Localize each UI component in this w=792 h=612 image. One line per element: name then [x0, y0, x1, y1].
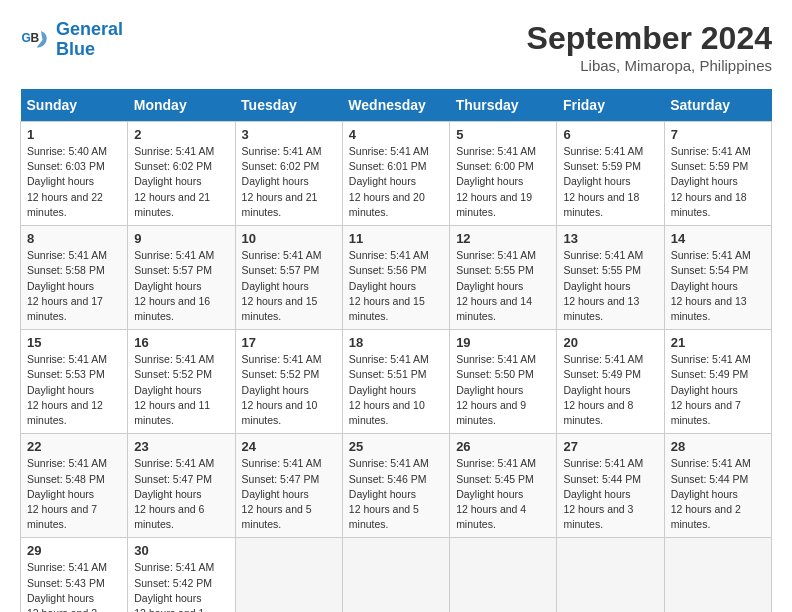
calendar-cell: 18Sunrise: 5:41 AMSunset: 5:51 PMDayligh… — [342, 330, 449, 434]
calendar-cell: 26Sunrise: 5:41 AMSunset: 5:45 PMDayligh… — [450, 434, 557, 538]
day-number: 27 — [563, 439, 657, 454]
day-number: 21 — [671, 335, 765, 350]
day-info: Sunrise: 5:41 AMSunset: 5:57 PMDaylight … — [134, 248, 228, 324]
day-info: Sunrise: 5:41 AMSunset: 5:44 PMDaylight … — [563, 456, 657, 532]
day-number: 18 — [349, 335, 443, 350]
day-info: Sunrise: 5:41 AMSunset: 5:52 PMDaylight … — [242, 352, 336, 428]
calendar-cell: 20Sunrise: 5:41 AMSunset: 5:49 PMDayligh… — [557, 330, 664, 434]
day-info: Sunrise: 5:41 AMSunset: 5:58 PMDaylight … — [27, 248, 121, 324]
day-info: Sunrise: 5:41 AMSunset: 6:02 PMDaylight … — [242, 144, 336, 220]
calendar-cell: 9Sunrise: 5:41 AMSunset: 5:57 PMDaylight… — [128, 226, 235, 330]
day-number: 12 — [456, 231, 550, 246]
calendar-week-row: 1Sunrise: 5:40 AMSunset: 6:03 PMDaylight… — [21, 122, 772, 226]
logo-line1: General — [56, 19, 123, 39]
day-info: Sunrise: 5:41 AMSunset: 5:44 PMDaylight … — [671, 456, 765, 532]
day-info: Sunrise: 5:41 AMSunset: 5:47 PMDaylight … — [134, 456, 228, 532]
day-number: 16 — [134, 335, 228, 350]
calendar-week-row: 22Sunrise: 5:41 AMSunset: 5:48 PMDayligh… — [21, 434, 772, 538]
svg-text:B: B — [31, 30, 40, 44]
day-number: 10 — [242, 231, 336, 246]
calendar-cell: 5Sunrise: 5:41 AMSunset: 6:00 PMDaylight… — [450, 122, 557, 226]
day-info: Sunrise: 5:41 AMSunset: 5:55 PMDaylight … — [563, 248, 657, 324]
calendar-cell: 16Sunrise: 5:41 AMSunset: 5:52 PMDayligh… — [128, 330, 235, 434]
calendar-cell: 14Sunrise: 5:41 AMSunset: 5:54 PMDayligh… — [664, 226, 771, 330]
calendar-cell: 23Sunrise: 5:41 AMSunset: 5:47 PMDayligh… — [128, 434, 235, 538]
calendar-cell: 24Sunrise: 5:41 AMSunset: 5:47 PMDayligh… — [235, 434, 342, 538]
day-info: Sunrise: 5:41 AMSunset: 5:55 PMDaylight … — [456, 248, 550, 324]
day-info: Sunrise: 5:41 AMSunset: 5:46 PMDaylight … — [349, 456, 443, 532]
day-number: 8 — [27, 231, 121, 246]
calendar-cell: 6Sunrise: 5:41 AMSunset: 5:59 PMDaylight… — [557, 122, 664, 226]
day-number: 11 — [349, 231, 443, 246]
day-info: Sunrise: 5:41 AMSunset: 5:59 PMDaylight … — [563, 144, 657, 220]
day-info: Sunrise: 5:41 AMSunset: 5:52 PMDaylight … — [134, 352, 228, 428]
logo-text: General Blue — [56, 20, 123, 60]
calendar-cell — [235, 538, 342, 612]
logo-line2: Blue — [56, 39, 95, 59]
header-monday: Monday — [128, 89, 235, 122]
calendar-cell: 25Sunrise: 5:41 AMSunset: 5:46 PMDayligh… — [342, 434, 449, 538]
day-number: 20 — [563, 335, 657, 350]
calendar-cell: 12Sunrise: 5:41 AMSunset: 5:55 PMDayligh… — [450, 226, 557, 330]
day-info: Sunrise: 5:40 AMSunset: 6:03 PMDaylight … — [27, 144, 121, 220]
day-info: Sunrise: 5:41 AMSunset: 6:01 PMDaylight … — [349, 144, 443, 220]
day-number: 24 — [242, 439, 336, 454]
calendar-cell: 1Sunrise: 5:40 AMSunset: 6:03 PMDaylight… — [21, 122, 128, 226]
day-number: 23 — [134, 439, 228, 454]
day-number: 25 — [349, 439, 443, 454]
location: Libas, Mimaropa, Philippines — [527, 57, 772, 74]
calendar-cell: 10Sunrise: 5:41 AMSunset: 5:57 PMDayligh… — [235, 226, 342, 330]
day-info: Sunrise: 5:41 AMSunset: 5:59 PMDaylight … — [671, 144, 765, 220]
calendar-week-row: 15Sunrise: 5:41 AMSunset: 5:53 PMDayligh… — [21, 330, 772, 434]
page-header: G B General Blue September 2024 Libas, M… — [20, 20, 772, 74]
day-number: 29 — [27, 543, 121, 558]
day-number: 17 — [242, 335, 336, 350]
day-number: 19 — [456, 335, 550, 350]
header-thursday: Thursday — [450, 89, 557, 122]
calendar-cell: 22Sunrise: 5:41 AMSunset: 5:48 PMDayligh… — [21, 434, 128, 538]
day-number: 2 — [134, 127, 228, 142]
day-info: Sunrise: 5:41 AMSunset: 5:45 PMDaylight … — [456, 456, 550, 532]
calendar-cell — [664, 538, 771, 612]
logo: G B General Blue — [20, 20, 123, 60]
day-number: 7 — [671, 127, 765, 142]
calendar-cell: 27Sunrise: 5:41 AMSunset: 5:44 PMDayligh… — [557, 434, 664, 538]
day-number: 5 — [456, 127, 550, 142]
day-info: Sunrise: 5:41 AMSunset: 5:51 PMDaylight … — [349, 352, 443, 428]
logo-icon: G B — [20, 25, 50, 55]
calendar-cell — [342, 538, 449, 612]
day-number: 30 — [134, 543, 228, 558]
day-number: 6 — [563, 127, 657, 142]
day-info: Sunrise: 5:41 AMSunset: 5:54 PMDaylight … — [671, 248, 765, 324]
calendar-table: Sunday Monday Tuesday Wednesday Thursday… — [20, 89, 772, 612]
calendar-cell: 28Sunrise: 5:41 AMSunset: 5:44 PMDayligh… — [664, 434, 771, 538]
day-number: 26 — [456, 439, 550, 454]
day-info: Sunrise: 5:41 AMSunset: 5:53 PMDaylight … — [27, 352, 121, 428]
day-info: Sunrise: 5:41 AMSunset: 5:50 PMDaylight … — [456, 352, 550, 428]
calendar-cell: 19Sunrise: 5:41 AMSunset: 5:50 PMDayligh… — [450, 330, 557, 434]
calendar-week-row: 29Sunrise: 5:41 AMSunset: 5:43 PMDayligh… — [21, 538, 772, 612]
day-info: Sunrise: 5:41 AMSunset: 5:57 PMDaylight … — [242, 248, 336, 324]
day-info: Sunrise: 5:41 AMSunset: 6:02 PMDaylight … — [134, 144, 228, 220]
title-area: September 2024 Libas, Mimaropa, Philippi… — [527, 20, 772, 74]
calendar-cell: 15Sunrise: 5:41 AMSunset: 5:53 PMDayligh… — [21, 330, 128, 434]
header-sunday: Sunday — [21, 89, 128, 122]
header-wednesday: Wednesday — [342, 89, 449, 122]
day-info: Sunrise: 5:41 AMSunset: 5:48 PMDaylight … — [27, 456, 121, 532]
day-number: 22 — [27, 439, 121, 454]
svg-text:G: G — [22, 30, 31, 44]
header-tuesday: Tuesday — [235, 89, 342, 122]
day-info: Sunrise: 5:41 AMSunset: 5:49 PMDaylight … — [563, 352, 657, 428]
day-info: Sunrise: 5:41 AMSunset: 5:47 PMDaylight … — [242, 456, 336, 532]
day-info: Sunrise: 5:41 AMSunset: 5:43 PMDaylight … — [27, 560, 121, 612]
day-info: Sunrise: 5:41 AMSunset: 5:56 PMDaylight … — [349, 248, 443, 324]
calendar-cell: 2Sunrise: 5:41 AMSunset: 6:02 PMDaylight… — [128, 122, 235, 226]
day-info: Sunrise: 5:41 AMSunset: 6:00 PMDaylight … — [456, 144, 550, 220]
day-number: 15 — [27, 335, 121, 350]
day-number: 28 — [671, 439, 765, 454]
day-number: 14 — [671, 231, 765, 246]
calendar-cell: 30Sunrise: 5:41 AMSunset: 5:42 PMDayligh… — [128, 538, 235, 612]
calendar-cell: 11Sunrise: 5:41 AMSunset: 5:56 PMDayligh… — [342, 226, 449, 330]
calendar-week-row: 8Sunrise: 5:41 AMSunset: 5:58 PMDaylight… — [21, 226, 772, 330]
month-title: September 2024 — [527, 20, 772, 57]
